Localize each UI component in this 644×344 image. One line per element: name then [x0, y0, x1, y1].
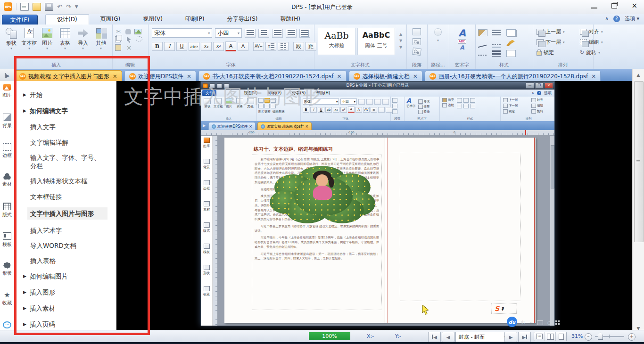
tutorial-item-start[interactable]: ▶开始	[30, 90, 116, 99]
fill-color-icon[interactable]	[478, 29, 487, 36]
file-menu-button[interactable]: 文件(F)	[2, 15, 38, 25]
dotted-line-icon[interactable]	[478, 55, 487, 56]
text-style-card-title[interactable]: AaBb 大标题	[318, 28, 355, 55]
scrollbar-thumb[interactable]	[634, 81, 644, 242]
cut-icon[interactable]: ✂	[115, 28, 122, 35]
strikethrough-button[interactable]: abe	[189, 42, 199, 51]
collapse-ribbon-icon[interactable]: ∧	[605, 16, 609, 22]
restore-button[interactable]	[611, 3, 617, 8]
wordart-icon[interactable]: A	[458, 28, 465, 38]
bring-forward-button[interactable]: 上一层▾	[537, 28, 580, 35]
tutorial-item-insert-text[interactable]: 插入文字	[30, 123, 116, 131]
tutorial-item-special-textbox[interactable]: 插入特殊形状文本框	[30, 177, 116, 185]
sidebar-item-favorites[interactable]: ★ 收藏	[0, 289, 14, 319]
tutorial-item-textbox-link[interactable]: 文本框链接	[30, 192, 116, 201]
subscript-button[interactable]: X₂	[201, 42, 212, 51]
font-name-select[interactable]: 宋体▾	[152, 28, 212, 38]
import-button[interactable]: 导入▾	[74, 27, 91, 50]
tutorial-item-insert-graphic[interactable]: ▶插入图形	[30, 288, 116, 296]
insert-picture-button[interactable]: 图片▾	[39, 27, 56, 50]
scroll-up-icon[interactable]: ▲	[634, 71, 643, 79]
font-color-button[interactable]: A	[225, 41, 236, 51]
hand-tool-icon[interactable]	[125, 29, 131, 34]
tutorial-item-import-word[interactable]: 导入WORD文档	[30, 241, 116, 250]
zoom-out-button[interactable]: –	[585, 333, 592, 341]
sidebar-item-shape[interactable]: 形状	[0, 259, 14, 289]
line-style-icon[interactable]	[492, 30, 501, 36]
char-color-button[interactable]: A	[238, 42, 248, 51]
lock-button[interactable]: 锁定	[537, 49, 580, 56]
tutorial-item-insert-image-in-text[interactable]: 文字中插入图片与图形	[27, 207, 107, 220]
shadow-icon[interactable]	[506, 29, 516, 36]
distribute-button[interactable]	[299, 29, 310, 38]
unlink-textframe-icon[interactable]	[412, 48, 421, 56]
screen-icon[interactable]	[537, 320, 543, 325]
one-page-view-button[interactable]	[556, 332, 566, 341]
last-page-button[interactable]: ▶	[518, 332, 531, 342]
tab-close-icon[interactable]: ×	[591, 73, 596, 80]
tab-close-icon[interactable]: ×	[413, 73, 418, 80]
panel-expand-icon[interactable]: ▶	[0, 69, 15, 82]
style-more-icon[interactable]: ▼	[399, 45, 402, 49]
italic-button[interactable]: I	[164, 42, 175, 51]
select-cursor-icon[interactable]	[125, 36, 132, 43]
help-icon[interactable]: ?	[613, 16, 620, 22]
wordart-warp-icon[interactable]: A	[460, 45, 464, 50]
send-backward-button[interactable]: 下一层▾	[537, 39, 580, 46]
paragraph-settings-button[interactable]: 段	[293, 42, 304, 51]
path-icon[interactable]	[434, 28, 442, 36]
sidebar-item-template[interactable]: 模板	[0, 229, 14, 259]
align-center-button[interactable]	[258, 29, 269, 38]
sidebar-item-background[interactable]: 背景	[0, 111, 14, 140]
style-scroll-down-icon[interactable]: ▼	[399, 39, 402, 43]
tutorial-video-player[interactable]: 文字中插入图片与图形 DPS专业版 - [王小云]用户已登录 — ❒ × 文件	[116, 81, 632, 330]
insert-shape-button[interactable]: 形状▾	[3, 27, 20, 50]
minimize-button[interactable]	[591, 8, 597, 8]
group-button[interactable]: 编组▾	[580, 39, 619, 46]
sidebar-item-material[interactable]: 素材	[0, 170, 14, 200]
bold-button[interactable]: B	[152, 42, 163, 51]
link-textframe-icon[interactable]	[413, 38, 421, 45]
close-button[interactable]: ×	[631, 3, 637, 9]
zoom-slider-thumb[interactable]	[598, 333, 603, 340]
copy-icon[interactable]	[115, 36, 122, 43]
page-scrollbar[interactable]: ▲ ▼	[632, 69, 644, 335]
line-spacing-button[interactable]: ↕	[265, 42, 276, 51]
align-left-button[interactable]	[245, 29, 256, 38]
tab-view[interactable]: 视图(V)	[132, 14, 174, 24]
kerning-button[interactable]: AV↔	[253, 42, 264, 51]
tutorial-item-insert-material[interactable]: ▶插入素材	[30, 304, 116, 312]
font-size-select[interactable]: 小四▾	[215, 28, 242, 38]
page-selector[interactable]: 封底 - 封面 ▾	[455, 332, 509, 342]
sidebar-item-layout[interactable]: 版式	[0, 200, 14, 229]
zoom-in-button[interactable]: +	[628, 333, 636, 341]
next-page-button[interactable]: ▶	[504, 332, 517, 342]
sidebar-item-border[interactable]: 边框	[0, 140, 14, 170]
tab-close-icon[interactable]: ×	[113, 73, 117, 80]
text-wrap-icon[interactable]	[413, 28, 421, 35]
insert-textbox-button[interactable]: A 文本框▾	[21, 27, 38, 50]
tutorial-item-insert-wordart[interactable]: 插入艺术字	[30, 226, 116, 235]
format-painter-icon[interactable]	[506, 40, 515, 46]
tab-help[interactable]: 帮助(H)	[269, 14, 311, 24]
tab-close-icon[interactable]: ×	[187, 73, 191, 80]
dots-icon[interactable]: ••	[529, 321, 533, 324]
justify-button[interactable]	[286, 29, 297, 38]
picture-tools-icon[interactable]	[134, 28, 141, 35]
insert-table-button[interactable]: 表格▾	[57, 27, 74, 50]
line-weight-icon[interactable]	[492, 50, 501, 57]
lasso-icon[interactable]	[136, 36, 143, 43]
tutorial-item-edit-picture[interactable]: ▶如何编辑图片	[30, 272, 116, 280]
align-right-button[interactable]	[272, 29, 283, 38]
superscript-button[interactable]: X²	[213, 42, 224, 51]
tv-icon[interactable]: 电	[521, 319, 525, 326]
transparency-icon[interactable]	[506, 50, 516, 57]
two-page-view-button[interactable]	[545, 332, 556, 341]
dash-style-icon[interactable]	[492, 44, 501, 45]
tutorial-item-insert-table[interactable]: 插入表格	[30, 256, 116, 265]
previous-page-button[interactable]: ◀	[442, 332, 454, 342]
underline-button[interactable]: U	[176, 42, 187, 51]
paste-icon[interactable]	[115, 44, 122, 51]
tab-print[interactable]: 印刷(P)	[174, 14, 216, 24]
tab-page[interactable]: 页面(G)	[89, 14, 132, 24]
